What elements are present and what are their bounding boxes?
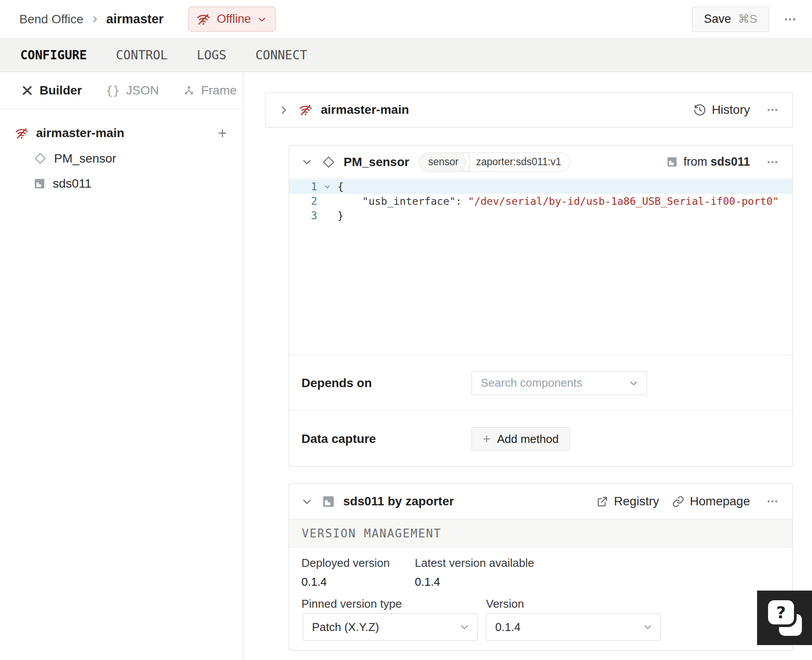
chevron-down-icon xyxy=(257,15,267,24)
version-select[interactable]: 0.1.4 xyxy=(486,613,661,641)
fold-chevron-icon[interactable] xyxy=(317,183,337,190)
machine-config-page: Bend Office airmaster Offline Save ⌘S xyxy=(0,0,812,660)
mode-frame-label: Frame xyxy=(201,83,237,98)
chevron-down-icon xyxy=(643,622,652,632)
history-label: History xyxy=(712,103,750,117)
tree-machine-label: airmaster-main xyxy=(36,126,209,140)
data-capture-row: Data capture + Add method xyxy=(289,410,792,467)
save-shortcut: ⌘S xyxy=(738,12,757,26)
tab-connect[interactable]: CONNECT xyxy=(255,48,307,62)
breadcrumb-location[interactable]: Bend Office xyxy=(19,12,83,26)
code-text: } xyxy=(337,210,344,222)
component-model-label: zaporter:sds011:v1 xyxy=(471,153,570,171)
chevron-down-icon[interactable] xyxy=(301,496,312,507)
attributes-code-editor[interactable]: 1 { 2 "usb_interface": "/dev/serial/by-i… xyxy=(289,179,792,355)
line-number: 3 xyxy=(289,210,317,222)
frame-axes-icon xyxy=(183,84,195,97)
external-link-icon xyxy=(596,496,608,508)
sensor-diamond-icon xyxy=(322,156,335,169)
history-button[interactable]: History xyxy=(693,103,750,117)
tab-configure[interactable]: CONFIGURE xyxy=(20,48,87,62)
registry-link[interactable]: Registry xyxy=(596,494,659,508)
component-type-label: sensor xyxy=(419,153,463,171)
component-tree: airmaster-main PM_sensor sds011 xyxy=(0,109,243,196)
code-text: "usb_interface": "/dev/serial/by-id/usb-… xyxy=(337,195,779,207)
chevron-down-icon[interactable] xyxy=(301,156,312,167)
component-title: PM_sensor xyxy=(344,155,409,169)
code-line[interactable]: 3 } xyxy=(289,208,792,223)
version-management-header: VERSION MANAGEMENT xyxy=(289,519,792,548)
from-module-link[interactable]: from sds011 xyxy=(667,155,750,169)
plus-icon: + xyxy=(483,432,491,446)
help-button[interactable]: ? xyxy=(757,591,812,645)
save-label: Save xyxy=(704,12,731,26)
config-mode-switcher: Builder {} JSON Frame xyxy=(0,72,243,109)
tree-item-pm-sensor[interactable]: PM_sensor xyxy=(0,146,243,171)
mode-builder[interactable]: Builder xyxy=(21,83,82,98)
ellipsis-icon xyxy=(766,495,779,508)
depends-on-select[interactable]: Search components xyxy=(471,371,647,395)
machine-name-title: airmaster xyxy=(106,12,164,26)
depends-on-placeholder: Search components xyxy=(481,376,629,390)
homepage-link[interactable]: Homepage xyxy=(672,494,750,508)
pinned-version-type-select[interactable]: Patch (X.Y.Z) xyxy=(303,613,478,641)
add-component-icon[interactable] xyxy=(217,127,228,139)
json-braces-icon: {} xyxy=(105,83,120,97)
wifi-off-icon xyxy=(299,103,312,117)
tab-logs[interactable]: LOGS xyxy=(197,48,226,62)
line-number: 2 xyxy=(289,195,317,207)
module-title: sds011 by zaporter xyxy=(343,494,454,508)
machine-part-card: airmaster-main History xyxy=(265,92,793,127)
add-method-button[interactable]: + Add method xyxy=(471,427,570,451)
status-label: Offline xyxy=(217,12,251,26)
mode-frame[interactable]: Frame xyxy=(183,83,237,98)
save-button[interactable]: Save ⌘S xyxy=(692,7,769,32)
from-module-label: from sds011 xyxy=(683,155,750,169)
deployed-version-value: 0.1.4 xyxy=(301,575,327,589)
top-bar: Bend Office airmaster Offline Save ⌘S xyxy=(0,0,812,39)
config-main-panel: airmaster-main History xyxy=(243,72,812,660)
module-icon xyxy=(322,495,335,508)
machine-part-card-header: airmaster-main History xyxy=(266,93,792,127)
module-card-header: sds011 by zaporter Registry xyxy=(289,484,792,519)
mode-json[interactable]: {} JSON xyxy=(105,83,159,98)
tree-item-sds011[interactable]: sds011 xyxy=(0,171,243,196)
depends-on-label: Depends on xyxy=(301,376,372,390)
ellipsis-icon xyxy=(766,103,779,116)
registry-label: Registry xyxy=(614,494,659,508)
code-line[interactable]: 2 "usb_interface": "/dev/serial/by-id/us… xyxy=(289,194,792,208)
version-value: 0.1.4 xyxy=(495,620,643,634)
tree-item-label: PM_sensor xyxy=(54,152,116,166)
pm-sensor-card: PM_sensor sensor zaporter:sds011:v1 from… xyxy=(289,145,793,467)
link-icon xyxy=(672,496,684,508)
code-line[interactable]: 1 { xyxy=(289,179,792,194)
deployed-version-label: Deployed version xyxy=(301,556,390,570)
module-icon xyxy=(667,156,678,167)
chevron-right-icon[interactable] xyxy=(278,105,289,116)
top-bar-actions: Save ⌘S xyxy=(692,7,800,32)
pinned-version-type-label: Pinned version type xyxy=(301,597,402,611)
page-overflow-menu-button[interactable] xyxy=(780,10,800,29)
sds011-module-card: sds011 by zaporter Registry xyxy=(289,483,793,651)
machine-part-title: airmaster-main xyxy=(321,103,409,117)
data-capture-label: Data capture xyxy=(301,432,376,446)
latest-version-value: 0.1.4 xyxy=(415,575,440,589)
component-card-menu-button[interactable] xyxy=(763,153,782,171)
sensor-diamond-icon xyxy=(34,152,47,165)
tab-control[interactable]: CONTROL xyxy=(116,48,168,62)
line-number: 1 xyxy=(289,181,317,193)
history-icon xyxy=(693,104,706,116)
version-label: Version xyxy=(486,597,524,611)
homepage-label: Homepage xyxy=(690,494,750,508)
machine-status-badge[interactable]: Offline xyxy=(188,7,276,32)
chevron-down-icon xyxy=(629,378,638,388)
wifi-off-icon xyxy=(15,127,29,140)
machine-card-menu-button[interactable] xyxy=(763,101,782,119)
tree-item-machine[interactable]: airmaster-main xyxy=(0,120,243,146)
breadcrumb: Bend Office airmaster Offline xyxy=(19,7,276,32)
breadcrumb-separator-icon xyxy=(91,15,99,24)
chevron-down-icon xyxy=(460,622,469,632)
component-type-badge: sensor zaporter:sds011:v1 xyxy=(419,152,570,172)
ellipsis-icon xyxy=(766,156,779,169)
module-card-menu-button[interactable] xyxy=(763,492,782,511)
